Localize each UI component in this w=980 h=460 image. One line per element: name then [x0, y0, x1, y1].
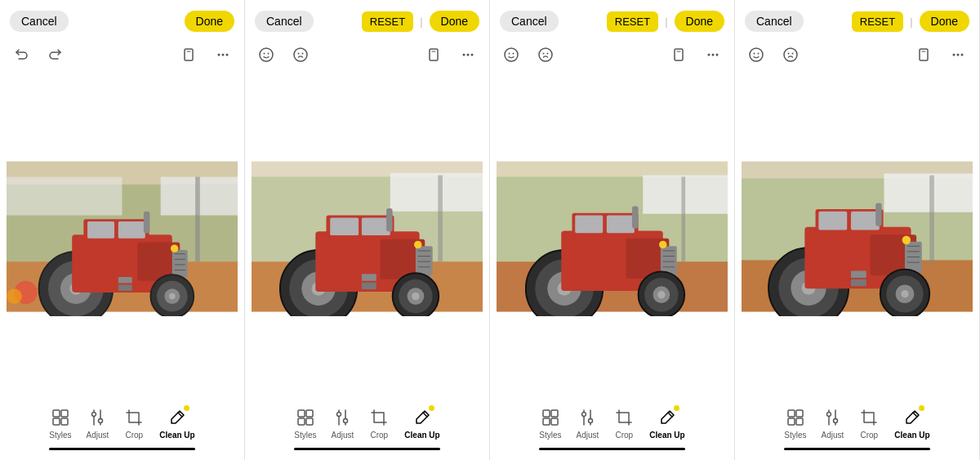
panel-1: Cancel Done	[0, 0, 245, 460]
svg-rect-179	[929, 175, 934, 263]
adjust-icon-3	[577, 407, 598, 428]
tool-crop-3[interactable]: Crop	[613, 407, 635, 440]
tool-adjust-4[interactable]: Adjust	[822, 407, 844, 440]
cleanup-badge-4	[919, 405, 924, 411]
svg-rect-83	[438, 175, 443, 261]
panel-4-top-bar: Cancel RESET | Done	[735, 0, 979, 42]
svg-point-144	[758, 53, 760, 55]
svg-rect-84	[298, 410, 305, 417]
reset-button-2[interactable]: RESET	[362, 11, 413, 32]
svg-rect-170	[818, 211, 847, 230]
styles-label-1: Styles	[49, 431, 71, 440]
face2-button-2[interactable]	[289, 43, 312, 66]
face2-button-3[interactable]	[534, 43, 557, 66]
tool-styles-1[interactable]: Styles	[49, 407, 71, 440]
icon-group-right-4	[912, 43, 969, 66]
crop-label-3: Crop	[616, 431, 634, 440]
crop-icon-1	[123, 407, 145, 428]
svg-point-95	[505, 48, 518, 61]
svg-point-4	[226, 54, 229, 56]
cleanup-badge-1	[184, 405, 189, 411]
svg-marker-60	[390, 172, 483, 211]
redo-button-1[interactable]	[44, 43, 67, 66]
tool-styles-2[interactable]: Styles	[294, 407, 316, 440]
portrait-button-2[interactable]	[422, 43, 445, 66]
panel-3: Cancel RESET | Done	[490, 0, 735, 460]
face2-button-4[interactable]	[779, 43, 802, 66]
svg-rect-134	[551, 418, 558, 425]
svg-point-46	[260, 48, 273, 61]
icon-group-right-1	[177, 43, 234, 66]
svg-rect-85	[306, 410, 313, 417]
tool-adjust-2[interactable]: Adjust	[332, 407, 354, 440]
portrait-button-3[interactable]	[667, 43, 690, 66]
tool-crop-2[interactable]: Crop	[368, 407, 390, 440]
cancel-button-1[interactable]: Cancel	[10, 11, 69, 32]
svg-marker-109	[643, 175, 728, 213]
cancel-button-2[interactable]: Cancel	[255, 11, 314, 32]
adjust-icon-2	[332, 407, 353, 428]
face1-button-2[interactable]	[255, 43, 278, 66]
portrait-button-4[interactable]	[912, 43, 935, 66]
more-button-3[interactable]	[702, 43, 724, 66]
svg-rect-130	[681, 176, 685, 261]
svg-point-33	[7, 288, 22, 304]
panel-4: Cancel RESET | Done	[735, 0, 980, 460]
tool-adjust-1[interactable]: Adjust	[87, 407, 109, 440]
svg-point-175	[901, 290, 908, 297]
pipe-2: |	[420, 16, 422, 28]
tool-crop-4[interactable]: Crop	[858, 407, 880, 440]
cleanup-icon-3	[657, 407, 678, 428]
svg-point-103	[708, 54, 710, 56]
top-bar-right-4: RESET | Done	[852, 11, 969, 32]
tool-styles-4[interactable]: Styles	[784, 407, 806, 440]
done-button-3[interactable]: Done	[675, 11, 724, 32]
portrait-button-1[interactable]	[177, 43, 200, 66]
tool-cleanup-1[interactable]: Clean Up	[159, 407, 194, 440]
crop-label-4: Crop	[861, 431, 879, 440]
panel-3-icon-bar	[490, 42, 734, 72]
more-button-2[interactable]	[457, 43, 479, 66]
more-button-4[interactable]	[947, 43, 969, 66]
svg-point-142	[750, 48, 763, 61]
panel-1-bottom-indicator	[49, 448, 195, 450]
done-button-1[interactable]: Done	[185, 11, 234, 32]
face1-button-4[interactable]	[745, 43, 768, 66]
undo-button-1[interactable]	[10, 43, 33, 66]
tool-adjust-3[interactable]: Adjust	[577, 407, 599, 440]
tool-cleanup-4[interactable]: Clean Up	[894, 407, 929, 440]
svg-rect-35	[53, 410, 60, 417]
svg-rect-176	[875, 203, 882, 226]
cancel-button-4[interactable]: Cancel	[745, 11, 804, 32]
svg-point-168	[902, 235, 911, 243]
svg-point-3	[222, 54, 225, 56]
tool-cleanup-2[interactable]: Clean Up	[404, 407, 439, 440]
tool-cleanup-3[interactable]: Clean Up	[649, 407, 684, 440]
cleanup-label-3: Clean Up	[649, 431, 684, 440]
reset-button-3[interactable]: RESET	[607, 11, 658, 32]
svg-point-72	[414, 240, 421, 248]
styles-label-2: Styles	[294, 431, 316, 440]
reset-button-4[interactable]: RESET	[852, 11, 903, 32]
tool-crop-1[interactable]: Crop	[123, 407, 145, 440]
styles-icon-4	[785, 407, 806, 428]
panel-2-image	[245, 72, 489, 400]
top-bar-right-2: RESET | Done	[362, 11, 479, 32]
pipe-3: |	[665, 16, 667, 28]
done-button-4[interactable]: Done	[920, 11, 969, 32]
face1-button-3[interactable]	[500, 43, 523, 66]
cancel-button-3[interactable]: Cancel	[500, 11, 559, 32]
pipe-4: |	[910, 16, 912, 28]
svg-rect-101	[675, 49, 683, 60]
svg-rect-23	[87, 221, 114, 239]
done-button-2[interactable]: Done	[430, 11, 479, 32]
icon-group-left-3	[500, 43, 557, 66]
panel-3-bottom-indicator	[539, 448, 685, 450]
tool-styles-3[interactable]: Styles	[539, 407, 561, 440]
styles-icon-1	[50, 407, 71, 428]
svg-point-28	[169, 293, 176, 299]
svg-point-55	[467, 54, 470, 56]
svg-marker-9	[7, 176, 122, 215]
more-button-1[interactable]	[212, 43, 234, 66]
crop-label-1: Crop	[126, 431, 144, 440]
